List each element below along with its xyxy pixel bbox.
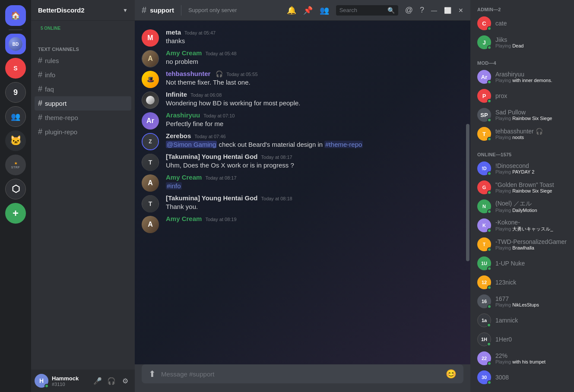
member-name: 123nick	[495, 279, 567, 286]
pin-icon[interactable]: 📌	[303, 6, 313, 15]
avatar[interactable]: T	[142, 154, 159, 171]
member-item[interactable]: G "Golden Brown" Toast Playing Rainbow S…	[474, 178, 571, 197]
settings-button[interactable]: ⚙	[119, 375, 131, 387]
minimize-icon[interactable]: —	[431, 7, 437, 14]
member-item[interactable]: T tehbasshunter 🎧 Playing noots	[474, 124, 571, 143]
online-count: 5 ONLINE	[38, 25, 63, 32]
member-item[interactable]: K -Kokone- Playing 大勇いキャッスル_	[474, 216, 571, 235]
avatar[interactable]: Z	[142, 133, 159, 150]
server-icon-home[interactable]: 🏠	[5, 5, 26, 26]
deafen-button[interactable]: 🎧	[105, 375, 117, 387]
message-username[interactable]: Amy Cream	[166, 174, 202, 181]
message-username[interactable]: Amy Cream	[166, 49, 202, 57]
upload-button[interactable]: ⬆	[149, 369, 156, 379]
message-username[interactable]: Arashiryuu	[166, 111, 200, 119]
channel-hash-icon: #	[38, 113, 42, 122]
close-icon[interactable]: ✕	[458, 7, 463, 14]
channel-item-rules[interactable]: # rules	[35, 54, 131, 68]
member-name: 3008	[495, 374, 567, 381]
member-item[interactable]: C cate	[474, 14, 571, 33]
member-name: 1amnick	[495, 317, 567, 324]
member-avatar: 16	[477, 294, 491, 308]
server-dropdown-icon[interactable]: ▼	[123, 7, 128, 13]
server-icon-add[interactable]: +	[5, 203, 26, 224]
member-info: Sad Pullow Playing Rainbow Six Siege	[495, 109, 567, 121]
member-info: 1677 Playing NikLesStups	[495, 295, 567, 307]
channel-hash-icon: #	[38, 56, 42, 65]
topbar-channel: # support	[142, 5, 174, 15]
avatar[interactable]: A	[142, 216, 159, 233]
help-icon[interactable]: ?	[420, 6, 424, 15]
current-user-avatar: H	[35, 374, 48, 388]
avatar[interactable]: A	[142, 50, 159, 67]
member-item[interactable]: 1U 1-UP Nuke	[474, 254, 571, 273]
message-username[interactable]: Amy Cream	[166, 215, 202, 222]
at-icon[interactable]: @	[405, 6, 413, 15]
message-group: Ar Arashiryuu Today at 07:10 Perfectly f…	[135, 111, 470, 130]
server-name-header[interactable]: BetterDiscord2 ▼	[31, 0, 135, 21]
online-badge-area: 5 ONLINE	[31, 21, 135, 33]
member-item[interactable]: 30 3008	[474, 368, 571, 387]
channel-item-info[interactable]: # info	[35, 68, 131, 82]
server-icon-s4[interactable]: 🐱	[5, 130, 26, 151]
message-username[interactable]: Infinite	[166, 91, 187, 98]
avatar[interactable]: T	[142, 195, 159, 212]
channel-item-plugin-repo[interactable]: # plugin-repo	[35, 125, 131, 139]
server-icon-s1[interactable]: S	[5, 58, 26, 79]
emoji-button[interactable]: 😊	[446, 369, 457, 379]
server-icon-s5[interactable]: ★ STRF	[5, 155, 26, 175]
channel-mention-info[interactable]: #info	[166, 182, 182, 190]
message-username[interactable]: [Takumina] Young Hentai God	[166, 194, 258, 202]
channel-mention[interactable]: #theme-repo	[324, 141, 363, 148]
avatar[interactable]: 🎩	[142, 71, 159, 88]
message-username[interactable]: Zerebos	[166, 132, 191, 139]
channel-item-faq[interactable]: # faq	[35, 82, 131, 96]
avatar[interactable]: M	[142, 29, 159, 47]
avatar[interactable]	[142, 92, 159, 109]
member-avatar: C	[477, 16, 491, 30]
member-item[interactable]: 16 1677 Playing NikLesStups	[474, 292, 571, 311]
server-name-text: BetterDiscord2	[38, 6, 85, 14]
avatar[interactable]: A	[142, 174, 159, 192]
message-content: Amy Cream Today at 05:48 no problem	[166, 49, 463, 67]
message-username[interactable]: [Takumina] Young Hentai God	[166, 153, 258, 160]
bell-icon[interactable]: 🔔	[287, 6, 296, 15]
channel-item-theme-repo[interactable]: # theme-repo	[35, 111, 131, 125]
message-input-box: ⬆ Message #support 😊	[142, 364, 463, 383]
channel-name-plugin-repo: plugin-repo	[45, 128, 77, 136]
member-item[interactable]: 1H 1Her0	[474, 330, 571, 349]
message-content: Amy Cream Today at 08:19	[166, 215, 463, 233]
maximize-icon[interactable]: ⬜	[444, 7, 451, 14]
topbar: # support Support only server 🔔 📌 👥 Sear…	[135, 0, 470, 21]
member-item[interactable]: Ar Arashiryuu Playing with inner demons.	[474, 67, 571, 86]
member-info: 1-UP Nuke	[495, 260, 567, 267]
message-username[interactable]: tehbasshunter	[166, 70, 210, 77]
message-input-field[interactable]: Message #support	[161, 370, 441, 378]
topbar-divider	[181, 5, 181, 16]
member-item[interactable]: T -TWD-PersonalizedGamer Playing Brawlha…	[474, 235, 571, 254]
member-item[interactable]: 12 123nick	[474, 273, 571, 292]
member-item[interactable]: P prox	[474, 86, 571, 105]
avatar[interactable]: Ar	[142, 112, 159, 130]
member-item[interactable]: J Jiiks Playing Dead	[474, 33, 571, 52]
member-game: Playing Rainbow Six Siege	[495, 188, 567, 193]
channel-item-support[interactable]: # support	[35, 96, 131, 111]
server-icon-bd[interactable]: BD	[5, 34, 26, 54]
member-game: Playing NikLesStups	[495, 302, 567, 307]
member-item[interactable]: N (Noel) ／エル Playing DailyMotion	[474, 197, 571, 216]
search-bar[interactable]: Search 🔍	[336, 5, 398, 16]
member-item[interactable]: 22 22% Playing with his trumpet	[474, 349, 571, 368]
member-item[interactable]: SP Sad Pullow Playing Rainbow Six Siege	[474, 105, 571, 124]
search-placeholder: Search	[339, 7, 385, 13]
server-icon-s6[interactable]: ⬡	[5, 179, 26, 199]
mute-button[interactable]: 🎤	[92, 375, 104, 387]
members-sidebar: ADMIN—2 C cate J Jiiks Playing Dead MOD—…	[470, 0, 574, 392]
message-timestamp: Today at 05:55	[226, 72, 257, 77]
message-username[interactable]: meta	[166, 28, 181, 36]
members-icon[interactable]: 👥	[320, 6, 329, 15]
server-icon-s2[interactable]: 9	[5, 82, 26, 103]
user-mention[interactable]: @Simon Gaming	[166, 141, 217, 148]
server-icon-s3[interactable]: 👥	[5, 106, 26, 127]
member-item[interactable]: 1a 1amnick	[474, 311, 571, 330]
member-item[interactable]: !D !Dinosecond Playing PAYDAY 2	[474, 159, 571, 178]
